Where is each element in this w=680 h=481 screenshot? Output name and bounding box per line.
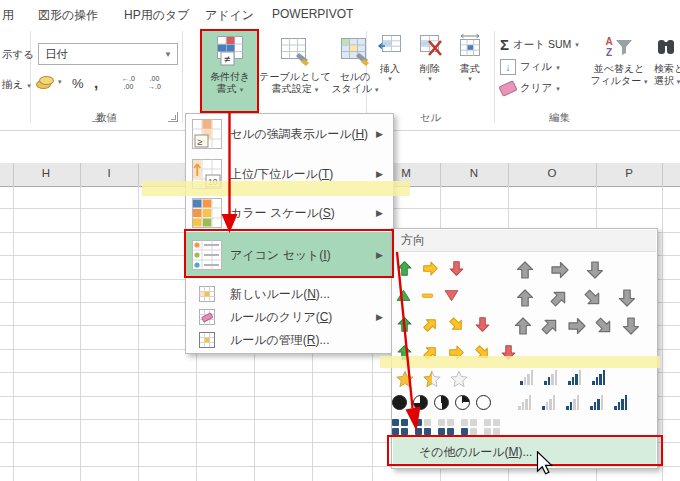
eraser-icon (498, 80, 517, 97)
signal-bars-0-icon (518, 395, 533, 410)
chevron-down-icon: ▾ (556, 64, 560, 71)
quarter-circle-2-icon (434, 395, 449, 410)
signal-bars-4-icon (614, 395, 629, 410)
icon-set-option[interactable] (515, 288, 637, 312)
arrow-right-gray-icon (550, 260, 570, 284)
arrow-ne-gray-icon (540, 316, 560, 340)
binoculars-icon (656, 31, 678, 63)
number-format-combobox[interactable]: 日付 ▼ (38, 43, 178, 65)
decrease-decimal-button[interactable]: .00→.0 (148, 75, 161, 91)
menu-item-h[interactable]: ≥セルの強調表示ルール(H)▶ (186, 119, 392, 149)
highlight-cells-rules-icon: ≥ (189, 119, 225, 149)
icon-set-option[interactable] (515, 260, 605, 284)
icon-set-option[interactable] (520, 370, 607, 385)
quarter-circle-3-icon (413, 395, 428, 410)
icon-set-option[interactable] (396, 316, 491, 337)
submenu-arrow-icon: ▶ (376, 312, 383, 322)
icon-set-option[interactable] (513, 316, 641, 340)
percent-style-button[interactable]: % (72, 76, 84, 91)
comma-style-button[interactable]: , (94, 74, 98, 91)
ribbon: 用 図形の操作 HP用のタブ アドイン POWERPIVOT 示する 揃え▾ 日… (0, 0, 680, 131)
icon-set-option[interactable] (392, 419, 500, 435)
display-option-partial[interactable]: 示する (2, 48, 34, 62)
menu-item-label: セルの強調表示ルール(H) (230, 126, 368, 143)
number-dialog-launcher-icon[interactable] (168, 112, 178, 122)
format-cells-icon (457, 33, 483, 63)
arrow-down-gray-icon (585, 260, 605, 284)
ribbon-tab-addins[interactable]: アドイン (205, 7, 254, 24)
arrow-ne-yellow-icon (422, 344, 439, 365)
chevron-down-icon: ▾ (27, 82, 31, 89)
chevron-down-icon: ▾ (468, 75, 472, 82)
chevron-down-icon: ▾ (375, 86, 379, 93)
signal-bars-3-icon (568, 370, 583, 385)
triangle-down-icon (444, 288, 459, 307)
column-header[interactable]: M (401, 167, 411, 179)
icon-set-option[interactable] (396, 288, 459, 307)
ribbon-tab-shape-ops[interactable]: 図形の操作 (38, 7, 98, 24)
editing-group-label: 編集 (549, 111, 570, 125)
delete-cells-button[interactable]: 削除 ▾ (410, 33, 450, 82)
menu-item-c[interactable]: ルールのクリア(C)▶ (186, 307, 392, 327)
chevron-down-icon: ▾ (575, 41, 579, 48)
star-full-icon (396, 370, 414, 388)
number-group-label: 数値 (96, 111, 117, 125)
submenu-arrow-icon: ▶ (376, 250, 383, 260)
ribbon-tab-partial[interactable]: 用 (2, 7, 14, 24)
submenu-arrow-icon: ▶ (376, 208, 383, 218)
conditional-formatting-button[interactable]: ≠ 条件付き 書式 ▾ (202, 31, 258, 113)
chevron-down-icon: ▼ (164, 50, 172, 59)
format-as-table-button[interactable]: テーブルとして 書式設定 ▾ (260, 31, 330, 113)
more-rules-item[interactable]: その他のルール(M)... (393, 437, 656, 467)
ribbon-tab-powerpivot[interactable]: POWERPIVOT (272, 7, 353, 21)
svg-text:≥: ≥ (198, 137, 203, 147)
currency-format-button[interactable]: ▾ (36, 74, 62, 88)
star-half-icon (423, 370, 441, 388)
squares-3-icon (415, 419, 431, 435)
icon-set-option[interactable] (396, 344, 517, 365)
quarter-circle-4-icon (392, 395, 407, 410)
delete-cells-icon (417, 33, 443, 63)
increase-decimal-button[interactable]: ←.0.00 (122, 75, 135, 91)
find-select-button[interactable]: 検索と 選択 ▾ (654, 31, 680, 87)
icon-set-option[interactable] (396, 260, 465, 281)
menu-item-n[interactable]: 新しいルール(N)... (186, 284, 392, 304)
ribbon-tab-hp[interactable]: HP用のタブ (124, 7, 190, 24)
arrow-up-green-icon (396, 260, 413, 281)
sort-filter-button[interactable]: AZ 並べ替えと フィルター ▾ (586, 31, 652, 87)
menu-item-s[interactable]: カラー スケール(S)▶ (186, 198, 392, 228)
clear-rules-icon (189, 309, 225, 325)
top-bottom-rules-icon: 10 (189, 159, 225, 189)
column-header[interactable]: P (625, 167, 633, 179)
group-separator (182, 31, 183, 123)
format-cells-button[interactable]: 書式 ▾ (450, 33, 490, 82)
column-header[interactable]: N (470, 167, 478, 179)
arrow-right-gray-icon (567, 316, 587, 340)
arrow-se-gray-icon (583, 288, 603, 312)
arrow-down-gray-icon (621, 316, 641, 340)
menu-item-i[interactable]: アイコン セット(I)▶ (186, 232, 392, 278)
arrow-down-red-icon (448, 260, 465, 281)
autosum-button[interactable]: Σ オート SUM ▾ (500, 36, 579, 53)
menu-item-t[interactable]: 10上位/下位ルール(T)▶ (186, 159, 392, 189)
arrow-se-yellow-icon (448, 316, 465, 337)
menu-item-r[interactable]: ルールの管理(R)... (186, 330, 392, 350)
column-header[interactable]: O (548, 167, 557, 179)
arrow-se-yellow-icon (474, 344, 491, 365)
column-header[interactable]: I (107, 167, 110, 179)
icon-set-option[interactable] (392, 395, 491, 410)
insert-cells-button[interactable]: 挿入 ▾ (370, 33, 410, 82)
insert-cells-icon (377, 33, 403, 63)
icon-set-option[interactable] (396, 370, 468, 388)
fill-button[interactable]: ↓ フィル ▾ (500, 59, 560, 75)
column-header[interactable]: H (42, 167, 50, 179)
sigma-icon: Σ (500, 36, 509, 53)
fill-down-icon: ↓ (500, 59, 516, 75)
align-option-partial[interactable]: 揃え▾ (2, 78, 31, 92)
menu-item-label: カラー スケール(S) (230, 205, 335, 222)
clear-button[interactable]: クリア ▾ (500, 81, 560, 95)
icon-set-option[interactable] (518, 395, 629, 410)
conditional-formatting-menu: ≥セルの強調表示ルール(H)▶10上位/下位ルール(T)▶カラー スケール(S)… (185, 113, 394, 354)
chevron-down-icon: ▾ (556, 85, 560, 92)
sort-az-filter-icon: AZ (605, 31, 632, 63)
